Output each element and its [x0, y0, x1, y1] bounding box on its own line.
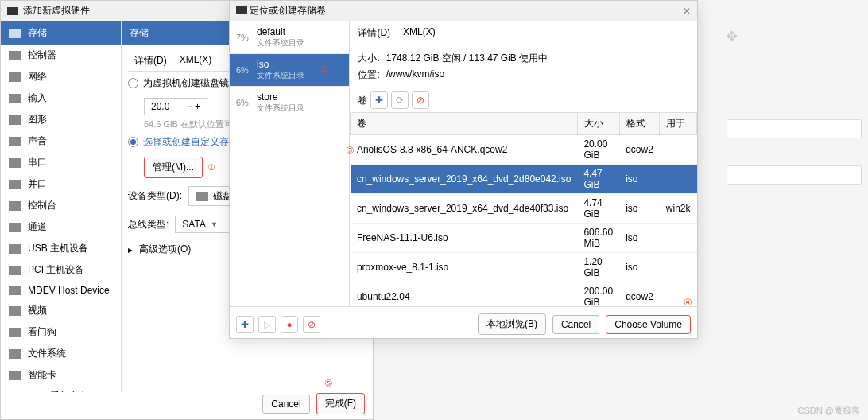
item-icon — [9, 201, 21, 211]
sidebar-item-label: 串口 — [28, 156, 47, 169]
sidebar-item[interactable]: USB 主机设备 — [1, 238, 121, 259]
annotation-3: ③ — [346, 145, 355, 156]
sidebar-item-label: 看门狗 — [28, 325, 56, 339]
pool-item[interactable]: 7%default文件系统目录 — [230, 21, 349, 54]
close-icon[interactable]: ✕ — [683, 6, 691, 17]
sidebar-item-label: 智能卡 — [28, 368, 56, 382]
disk-size-input[interactable]: 20.0− + — [144, 98, 207, 115]
annotation-1: ① — [207, 162, 215, 173]
dialog-titlebar: 定位或创建存储卷 ✕ — [230, 1, 697, 21]
refresh-button[interactable]: ⟳ — [391, 91, 409, 109]
dialog-title: 定位或创建存储卷 — [250, 5, 326, 16]
pool-percent: 6% — [236, 65, 254, 75]
sidebar-item-label: USB 主机设备 — [28, 242, 88, 255]
add-pool-button[interactable]: ✚ — [236, 316, 254, 333]
volume-tabs[interactable]: 详情(D) XML(X) — [350, 21, 697, 45]
col-format[interactable]: 格式 — [619, 113, 660, 135]
sidebar-item[interactable]: 通道 — [1, 216, 121, 238]
sidebar-item[interactable]: 网络 — [1, 66, 121, 88]
table-row[interactable]: proxmox-ve_8.1-1.iso1.20 GiBiso — [351, 253, 697, 282]
device-type-label: 设备类型(D): — [128, 189, 182, 203]
tab-details[interactable]: 详情(D) — [358, 26, 390, 40]
choose-volume-button[interactable]: Choose Volume — [606, 315, 691, 334]
sidebar-item[interactable]: 看门狗 — [1, 321, 121, 343]
sidebar-item[interactable]: 并口 — [1, 173, 121, 195]
table-row[interactable]: FreeNAS-11.1-U6.iso606.60 MiBiso — [351, 224, 697, 253]
sidebar-item[interactable]: 智能卡 — [1, 364, 121, 386]
stop-pool-button[interactable]: ● — [281, 316, 298, 333]
manage-button[interactable]: 管理(M)... — [144, 157, 203, 178]
sidebar-item-label: USB 重新定向 — [28, 390, 88, 392]
cancel-button[interactable]: Cancel — [262, 395, 309, 414]
add-volume-button[interactable]: ✚ — [370, 91, 388, 109]
col-volume[interactable]: 卷 — [351, 113, 578, 135]
item-icon — [9, 371, 21, 380]
browse-local-button[interactable]: 本地浏览(B) — [478, 313, 546, 335]
size-value: 1748.12 GiB 空闲 / 113.47 GiB 使用中 — [386, 52, 548, 65]
col-used[interactable]: 用于 — [660, 113, 697, 135]
sidebar-item[interactable]: 控制台 — [1, 195, 121, 216]
sidebar-item[interactable]: PCI 主机设备 — [1, 259, 121, 281]
col-size[interactable]: 大小 — [577, 113, 619, 135]
item-icon — [9, 286, 21, 295]
sidebar-item[interactable]: 视频 — [1, 300, 121, 321]
radio-custom-storage[interactable] — [128, 137, 138, 147]
cell-size: 20.00 GiB — [577, 135, 619, 165]
pool-subtitle: 文件系统目录 — [257, 103, 304, 114]
sidebar-item[interactable]: USB 重新定向 — [1, 386, 121, 392]
item-icon — [9, 392, 21, 393]
cell-format: qcow2 — [619, 135, 660, 165]
item-icon — [9, 349, 21, 359]
table-row[interactable]: cn_windows_server_2019_x64_dvd_2d80e042.… — [351, 165, 697, 194]
pool-name: iso — [257, 59, 304, 70]
volume-table[interactable]: 卷 大小 格式 用于 AnolisOS-8.8-x86_64-ANCK.qcow… — [350, 112, 697, 306]
annotation-2: ② — [319, 64, 327, 76]
sidebar-item-label: 文件系统 — [28, 347, 66, 360]
sidebar-item[interactable]: 图形 — [1, 109, 121, 130]
table-row[interactable]: ubuntu22.04200.00 GiBqcow2 — [351, 282, 697, 307]
tab-xml[interactable]: XML(X) — [403, 26, 436, 40]
sidebar-item-label: 声音 — [28, 134, 47, 148]
cell-name: FreeNAS-11.1-U6.iso — [351, 224, 578, 253]
cell-size: 1.20 GiB — [577, 253, 619, 282]
sidebar-item[interactable]: 文件系统 — [1, 343, 121, 364]
cancel-button[interactable]: Cancel — [552, 315, 599, 334]
sidebar-item[interactable]: MDEV Host Device — [1, 281, 121, 300]
opt-create-disk-label: 为虚拟机创建磁盘镜像 — [143, 76, 238, 90]
cell-format: iso — [619, 253, 660, 282]
finish-button[interactable]: 完成(F) — [316, 393, 365, 414]
cell-format: iso — [619, 165, 660, 194]
table-row[interactable]: AnolisOS-8.8-x86_64-ANCK.qcow220.00 GiBq… — [351, 135, 697, 165]
pool-name: default — [257, 26, 304, 37]
item-icon — [9, 94, 21, 103]
radio-create-disk[interactable] — [128, 78, 138, 88]
pool-item[interactable]: 6%store文件系统目录 — [230, 87, 349, 119]
sidebar-item[interactable]: 声音 — [1, 130, 121, 152]
cell-size: 4.47 GiB — [577, 165, 619, 194]
sidebar-item[interactable]: 串口 — [1, 152, 121, 173]
item-icon — [9, 306, 21, 316]
pool-item[interactable]: 6%iso文件系统目录② — [230, 54, 349, 87]
sidebar-item-label: 控制器 — [28, 49, 56, 62]
delete-pool-button[interactable]: ⊘ — [303, 316, 320, 333]
annotation-4: ④ — [684, 297, 692, 308]
tab-details[interactable]: 详情(D) — [134, 54, 167, 68]
item-icon — [9, 180, 21, 189]
bus-type-select[interactable]: SATA▼ — [175, 216, 231, 233]
delete-volume-button[interactable]: ⊘ — [412, 91, 429, 109]
size-label: 大小: — [358, 52, 379, 65]
cell-size: 606.60 MiB — [577, 224, 619, 253]
cell-used — [660, 253, 697, 282]
sidebar-item-label: 视频 — [28, 304, 47, 317]
start-pool-button[interactable]: ▷ — [258, 316, 276, 333]
item-icon — [9, 266, 21, 275]
cell-name: proxmox-ve_8.1-1.iso — [351, 253, 578, 282]
pool-percent: 6% — [236, 98, 254, 107]
sidebar-item[interactable]: 控制器 — [1, 45, 121, 66]
tab-xml[interactable]: XML(X) — [180, 54, 212, 68]
sidebar-item-label: 网络 — [28, 70, 47, 84]
item-icon — [9, 328, 21, 337]
cell-used — [660, 224, 697, 253]
sidebar-item[interactable]: 输入 — [1, 88, 121, 109]
table-row[interactable]: cn_windows_server_2019_x64_dvd_4de40f33.… — [351, 194, 697, 224]
